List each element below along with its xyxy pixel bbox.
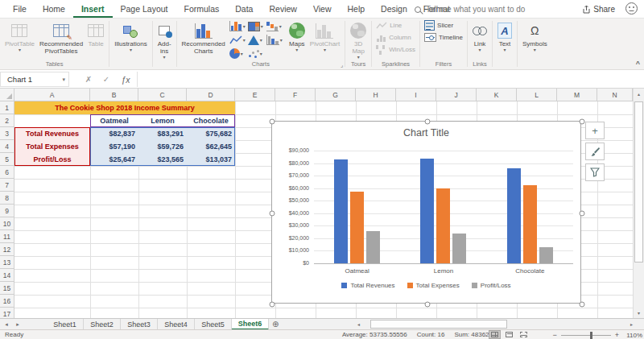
chart-title[interactable]: Chart Title [272, 127, 580, 138]
zoom-level[interactable]: 110% [623, 332, 642, 339]
column-header-G[interactable]: G [316, 89, 356, 101]
legend-item[interactable]: Profit/Loss [472, 282, 511, 289]
ribbon-tab-view[interactable]: View [305, 0, 340, 18]
hierarchy-chart-button[interactable]: ▾ [248, 19, 266, 33]
bar-total-expenses-chocolate[interactable] [523, 185, 537, 263]
sheet-nav-left-icon[interactable]: ◂ [2, 319, 11, 330]
row-header-3[interactable]: 3 [0, 127, 14, 140]
sheet-tab-sheet3[interactable]: Sheet3 [121, 319, 158, 330]
selection-handle[interactable] [424, 302, 430, 308]
timeline-button[interactable]: Timeline [423, 31, 464, 43]
row-header-7[interactable]: 7 [0, 179, 14, 192]
sheet-tab-sheet2[interactable]: Sheet2 [84, 319, 121, 330]
cell-D5[interactable]: $13,037 [187, 153, 235, 166]
share-button[interactable]: Share [582, 0, 615, 19]
column-header-F[interactable]: F [275, 89, 316, 101]
row-header-17[interactable]: 17 [0, 308, 14, 318]
row-header-8[interactable]: 8 [0, 192, 14, 205]
line-chart-button[interactable]: ▾ [229, 33, 248, 47]
bar-total-expenses-lemon[interactable] [436, 188, 450, 263]
normal-view-button[interactable] [489, 330, 501, 339]
waterfall-chart-button[interactable]: ▾ [266, 19, 285, 33]
sheet-tab-sheet5[interactable]: Sheet5 [195, 319, 232, 330]
statistic-chart-button[interactable]: ▾ [266, 33, 285, 47]
zoom-in-icon[interactable]: + [615, 331, 619, 339]
selection-handle[interactable] [270, 302, 275, 308]
vertical-scrollbar[interactable]: ▴ ▾ [633, 89, 644, 318]
selection-handle[interactable] [270, 210, 275, 216]
pie-chart-button[interactable]: ▾ [229, 47, 248, 60]
cell-title-A1[interactable]: The Cookie Shop 2018 Income Summary [14, 101, 235, 114]
selection-handle[interactable] [580, 302, 585, 308]
scroll-left-icon[interactable]: ◂ [357, 321, 360, 327]
row-header-11[interactable]: 11 [0, 230, 14, 243]
cell-D4[interactable]: $62,645 [187, 140, 235, 153]
column-header-K[interactable]: K [477, 89, 517, 101]
page-break-view-button[interactable] [518, 330, 530, 339]
cell-D3[interactable]: $75,682 [187, 127, 235, 140]
zoom-out-icon[interactable]: − [552, 331, 556, 339]
ribbon-tab-file[interactable]: File [5, 0, 35, 18]
legend-item[interactable]: Total Revenues [341, 282, 394, 289]
recommended-charts-button[interactable]: RecommendedCharts [180, 19, 228, 55]
sheet-tab-sheet4[interactable]: Sheet4 [158, 319, 195, 330]
selection-handle[interactable] [424, 119, 430, 125]
selection-handle[interactable] [270, 119, 275, 125]
column-header-N[interactable]: N [597, 89, 633, 101]
dialog-launcher-icon[interactable]: ⌟ [341, 62, 343, 68]
add-ins-button[interactable]: Add-ins▾ [155, 19, 174, 60]
row-header-2[interactable]: 2 [0, 114, 14, 127]
formula-input[interactable] [137, 72, 641, 87]
cell-C3[interactable]: $83,291 [138, 127, 187, 140]
ribbon-tab-page-layout[interactable]: Page Layout [113, 0, 176, 18]
row-header-9[interactable]: 9 [0, 205, 14, 217]
scatter-chart-button[interactable]: ▾ [248, 47, 266, 60]
cell-label-row5[interactable]: Profit/Loss [14, 153, 90, 166]
column-header-A[interactable]: A [14, 89, 90, 101]
legend-item[interactable]: Total Expenses [407, 282, 460, 289]
sheet-tab-sheet1[interactable]: Sheet1 [47, 319, 84, 330]
link-button[interactable]: Link▾ [470, 19, 489, 52]
column-header-M[interactable]: M [557, 89, 597, 101]
column-header-I[interactable]: I [396, 89, 436, 101]
ribbon-tab-design[interactable]: Design [373, 0, 415, 18]
sheet-tab-sheet6[interactable]: Sheet6 [232, 319, 269, 330]
zoom-slider-thumb[interactable] [590, 332, 592, 339]
row-header-14[interactable]: 14 [0, 269, 14, 282]
fx-icon[interactable]: ƒx [118, 72, 134, 87]
row-header-16[interactable]: 16 [0, 295, 14, 308]
row-header-5[interactable]: 5 [0, 153, 14, 166]
column-header-E[interactable]: E [235, 89, 275, 101]
new-sheet-icon[interactable]: ⊕ [272, 320, 279, 329]
enter-icon[interactable]: ✓ [98, 72, 114, 87]
column-header-L[interactable]: L [517, 89, 557, 101]
slicer-button[interactable]: Slicer [423, 19, 455, 31]
cell-label-row3[interactable]: Total Revenues [14, 127, 90, 140]
vertical-scroll-thumb[interactable] [634, 101, 643, 263]
cancel-icon[interactable]: ✗ [80, 72, 97, 87]
ribbon-tab-home[interactable]: Home [35, 0, 73, 18]
horizontal-scrollbar[interactable]: ◂ ▸ [357, 320, 633, 329]
row-header-15[interactable]: 15 [0, 282, 14, 295]
collapse-ribbon-icon[interactable]: ^ [636, 60, 640, 68]
recommended-pivottables-button[interactable]: ✎RecommendedPivotTables [37, 19, 85, 55]
ribbon-tab-review[interactable]: Review [261, 0, 304, 18]
tell-me-search[interactable]: Tell me what you want to do [415, 0, 525, 19]
row-header-1[interactable]: 1 [0, 101, 14, 114]
scroll-down-icon[interactable]: ▾ [634, 308, 644, 318]
ribbon-tab-formulas[interactable]: Formulas [176, 0, 228, 18]
cell-B4[interactable]: $57,190 [90, 140, 138, 153]
name-box[interactable]: Chart 1 ▾ [0, 72, 69, 87]
chart-filters-button[interactable] [585, 163, 605, 181]
bar-total-expenses-oatmeal[interactable] [350, 192, 364, 263]
bar-profit-loss-oatmeal[interactable] [366, 231, 380, 263]
zoom-slider[interactable] [561, 335, 611, 336]
column-header-B[interactable]: B [90, 89, 138, 101]
cell-C5[interactable]: $23,565 [138, 153, 187, 166]
column-chart-button[interactable]: ▾ [229, 19, 248, 33]
cell-header-chocolate[interactable]: Chocolate [187, 114, 235, 127]
row-header-12[interactable]: 12 [0, 243, 14, 256]
chart-styles-button[interactable] [585, 143, 605, 160]
scroll-right-icon[interactable]: ▸ [630, 321, 633, 327]
area-chart-button[interactable]: ▾ [248, 33, 266, 47]
